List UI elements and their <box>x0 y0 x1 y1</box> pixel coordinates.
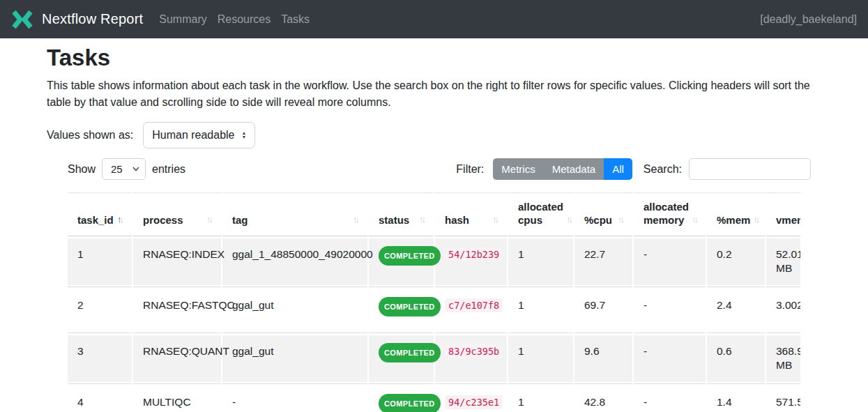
show-label: Show <box>68 163 96 176</box>
cell-tag: - <box>222 384 368 412</box>
status-badge: COMPLETED <box>379 246 441 266</box>
column-header-allocated-memory[interactable]: allocated memory↑↓ <box>633 193 706 236</box>
brand[interactable]: Nextflow Report <box>11 8 143 31</box>
values-shown-label: Values shown as: <box>47 129 133 142</box>
table-controls-row: Show 25 entries Filter: Metrics Metadata <box>68 158 811 180</box>
table-row[interactable]: 1 RNASEQ:INDEX ggal_1_48850000_49020000 … <box>68 236 800 287</box>
sort-icon: ↑↓ <box>618 213 623 227</box>
cell-process: RNASEQ:FASTQC <box>132 287 222 333</box>
cell-process: MULTIQC <box>132 384 222 412</box>
sort-icon: ↑↓ <box>353 213 358 227</box>
status-badge: COMPLETED <box>379 394 441 412</box>
cell-vmem: 3.002 <box>766 287 800 333</box>
main-content: Tasks This table shows information about… <box>0 38 868 412</box>
table-scroll-container[interactable]: task_id↑↓ process↑↓ tag↑↓ status↑↓ hash↑… <box>68 192 800 412</box>
column-header-task-id[interactable]: task_id↑↓ <box>68 193 132 236</box>
table-row[interactable]: 3 RNASEQ:QUANT ggal_gut COMPLETED 83/9c3… <box>68 333 800 384</box>
cell-hash: 54/12b239 <box>434 236 508 287</box>
table-row[interactable]: 4 MULTIQC - COMPLETED 94/c235e1 1 42.8 -… <box>68 384 800 412</box>
cell-pct-mem: 0.6 <box>706 333 766 384</box>
cell-hash: c7/e107f8 <box>434 287 508 333</box>
search-label: Search: <box>644 163 682 176</box>
sort-icon: ↑↓ <box>692 213 696 227</box>
sort-icon: ↑↓ <box>753 213 758 227</box>
column-header-pct-cpu[interactable]: %cpu↑↓ <box>574 193 633 236</box>
cell-tag: ggal_gut <box>222 287 368 333</box>
filter-button-metadata[interactable]: Metadata <box>544 158 604 180</box>
cell-allocated-cpus: 1 <box>508 287 574 333</box>
hash-code: 83/9c395b <box>445 344 503 358</box>
column-header-status[interactable]: status↑↓ <box>368 193 434 236</box>
cell-tag: ggal_gut <box>222 333 368 384</box>
cell-pct-cpu: 22.7 <box>574 236 633 287</box>
table-body: 1 RNASEQ:INDEX ggal_1_48850000_49020000 … <box>68 236 800 412</box>
cell-allocated-memory: - <box>633 333 706 384</box>
column-header-pct-mem[interactable]: %mem↑↓ <box>706 193 766 236</box>
page-title: Tasks <box>47 44 821 72</box>
cell-vmem: 52.016 MB <box>766 236 800 287</box>
column-header-vmem[interactable]: vmem↑↓ <box>766 193 800 236</box>
cell-vmem: 368.95 MB <box>766 333 800 384</box>
filter-label: Filter: <box>456 163 484 176</box>
column-header-tag[interactable]: tag↑↓ <box>222 193 368 236</box>
cell-status: COMPLETED <box>368 236 434 287</box>
cell-vmem: 571.58 MB <box>766 384 800 412</box>
cell-allocated-memory: - <box>633 236 706 287</box>
cell-allocated-memory: - <box>633 287 706 333</box>
cell-status: COMPLETED <box>368 287 434 333</box>
cell-process: RNASEQ:QUANT <box>132 333 222 384</box>
sort-icon: ↑↓ <box>419 213 424 227</box>
column-header-hash[interactable]: hash↑↓ <box>434 193 508 236</box>
cell-allocated-cpus: 1 <box>508 236 574 287</box>
column-header-process[interactable]: process↑↓ <box>132 193 222 236</box>
datatable-wrapper: Show 25 entries Filter: Metrics Metadata <box>68 158 811 412</box>
cell-pct-cpu: 42.8 <box>574 384 633 412</box>
page-length-select[interactable]: 25 <box>102 158 146 180</box>
cell-pct-mem: 0.2 <box>706 236 766 287</box>
run-name-badge: [deadly_baekeland] <box>760 13 857 26</box>
cell-allocated-cpus: 1 <box>508 384 574 412</box>
values-shown-selected-value: Human readable <box>152 129 234 142</box>
cell-pct-mem: 1.4 <box>706 384 766 412</box>
status-badge: COMPLETED <box>379 343 441 363</box>
page: Nextflow Report Summary Resources Tasks … <box>0 0 868 412</box>
cell-task-id: 3 <box>68 333 132 384</box>
table-header: task_id↑↓ process↑↓ tag↑↓ status↑↓ hash↑… <box>68 193 800 236</box>
search-input[interactable] <box>689 158 811 180</box>
column-header-allocated-cpus[interactable]: allocated cpus↑↓ <box>508 193 574 236</box>
sort-icon: ↑↓ <box>492 213 497 227</box>
table-row[interactable]: 2 RNASEQ:FASTQC ggal_gut COMPLETED c7/e1… <box>68 287 800 333</box>
sort-icon: ↑↓ <box>117 213 122 227</box>
nav-item-resources[interactable]: Resources <box>218 13 271 26</box>
brand-title: Nextflow Report <box>42 11 143 27</box>
cell-task-id: 4 <box>68 384 132 412</box>
cell-pct-cpu: 69.7 <box>574 287 633 333</box>
values-shown-select[interactable]: Human readable ▲▼ <box>143 122 255 148</box>
top-navbar: Nextflow Report Summary Resources Tasks … <box>0 0 868 38</box>
chevron-down-icon <box>132 167 139 171</box>
cell-process: RNASEQ:INDEX <box>132 236 222 287</box>
cell-allocated-cpus: 1 <box>508 333 574 384</box>
nav-item-summary[interactable]: Summary <box>159 13 206 26</box>
search-group: Search: <box>644 158 811 180</box>
cell-hash: 94/c235e1 <box>434 384 508 412</box>
cell-status: COMPLETED <box>368 333 434 384</box>
cell-task-id: 2 <box>68 287 132 333</box>
nav-item-tasks[interactable]: Tasks <box>281 13 310 26</box>
cell-pct-mem: 2.4 <box>706 287 766 333</box>
filter-button-metrics[interactable]: Metrics <box>493 158 543 180</box>
sort-icon: ↑↓ <box>566 213 571 227</box>
values-shown-row: Values shown as: Human readable ▲▼ <box>47 122 821 148</box>
filter-button-all[interactable]: All <box>604 158 632 180</box>
hash-code: 94/c235e1 <box>445 395 503 409</box>
page-description: This table shows information about each … <box>47 77 814 111</box>
hash-code: c7/e107f8 <box>445 298 503 312</box>
filter-button-group: Metrics Metadata All <box>493 158 632 180</box>
cell-hash: 83/9c395b <box>434 333 508 384</box>
cell-status: COMPLETED <box>368 384 434 412</box>
nextflow-logo-icon <box>11 8 33 31</box>
show-entries-group: Show 25 entries <box>68 158 185 180</box>
filter-group: Filter: Metrics Metadata All <box>456 158 632 180</box>
select-updown-icon: ▲▼ <box>242 131 247 139</box>
entries-label: entries <box>152 163 185 176</box>
